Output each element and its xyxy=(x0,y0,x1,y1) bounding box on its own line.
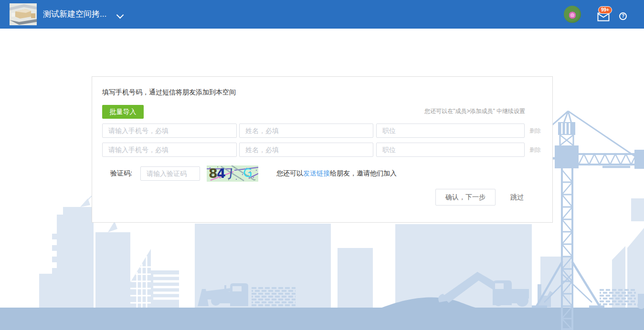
phone-input[interactable] xyxy=(102,143,237,157)
captcha-char: 8 xyxy=(209,166,218,181)
page: 测试新建空间拷... 99+ ? 填写手机号码，通过短信将朋友添加到本空间 批量… xyxy=(0,0,644,330)
help-icon[interactable]: ? xyxy=(619,12,627,20)
building-model-photo xyxy=(10,3,37,25)
invite-text: 您还可以发送链接给朋友，邀请他们加入 xyxy=(276,169,397,178)
notification-badge: 99+ xyxy=(598,6,612,14)
topbar: 测试新建空间拷... 99+ ? xyxy=(0,0,644,29)
invite-suffix: 给朋友，邀请他们加入 xyxy=(330,169,397,177)
delete-row-link[interactable]: 删除 xyxy=(529,143,541,157)
chevron-down-icon[interactable] xyxy=(116,11,124,19)
name-input[interactable] xyxy=(239,143,373,157)
send-link[interactable]: 发送链接 xyxy=(303,169,330,177)
notifications-button[interactable]: 99+ xyxy=(596,6,618,22)
card-title: 填写手机号码，通过短信将朋友添加到本空间 xyxy=(102,88,236,97)
member-row: 删除 xyxy=(92,143,553,157)
name-input[interactable] xyxy=(239,124,373,138)
phone-input[interactable] xyxy=(102,124,237,138)
skip-link[interactable]: 跳过 xyxy=(510,189,524,206)
captcha-row: 验证码: xyxy=(92,165,553,182)
satellite-dish-icon xyxy=(108,221,117,232)
invite-prefix: 您还可以 xyxy=(276,169,303,177)
space-title[interactable]: 测试新建空间拷... xyxy=(43,0,106,29)
delete-row-link[interactable]: 删除 xyxy=(529,124,541,138)
satellite-dish-icon xyxy=(80,198,90,207)
captcha-input[interactable] xyxy=(140,166,200,181)
confirm-next-button[interactable]: 确认，下一步 xyxy=(435,189,496,206)
position-input[interactable] xyxy=(376,124,525,138)
corner-vehicle xyxy=(637,294,644,309)
captcha-char: 4 xyxy=(217,166,226,181)
continue-setup-hint: 您还可以在"成员>添加成员" 中继续设置 xyxy=(424,107,525,115)
captcha-image[interactable]: 8 4 J G xyxy=(207,165,258,182)
space-logo xyxy=(10,3,37,25)
captcha-char: G xyxy=(243,166,252,180)
invite-members-card: 填写手机号码，通过短信将朋友添加到本空间 批量导入 您还可以在"成员>添加成员"… xyxy=(92,76,553,223)
captcha-label: 验证码: xyxy=(110,169,132,178)
batch-import-button[interactable]: 批量导入 xyxy=(102,105,144,119)
member-row: 删除 xyxy=(92,124,553,138)
position-input[interactable] xyxy=(376,143,525,157)
user-avatar[interactable] xyxy=(564,6,581,23)
